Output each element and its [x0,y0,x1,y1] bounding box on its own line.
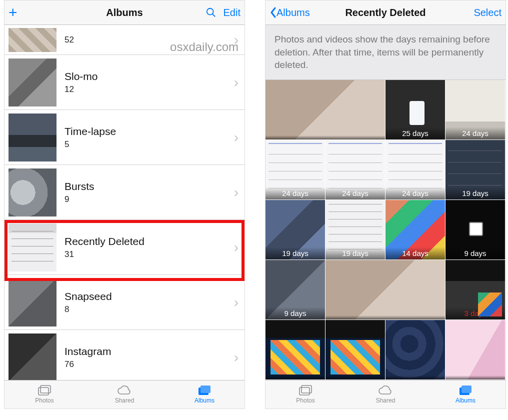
tab-bar: Photos Shared Albums [4,380,244,408]
photo-cell[interactable]: 9 days [266,260,325,320]
tab-photos[interactable]: Photos [266,380,346,408]
tab-shared[interactable]: Shared [346,380,426,408]
days-label: 24 days [326,187,385,200]
back-label: Albums [276,7,310,18]
days-label: 19 days [326,247,385,260]
photo-cell[interactable] [446,320,505,380]
navbar: + Albums Edit [4,0,244,25]
tab-shared[interactable]: Shared [84,380,164,408]
photo-cell[interactable] [386,320,445,380]
tab-label: Photos [296,397,314,404]
album-title: Recently Deleted [64,236,232,248]
recently-deleted-screen: Albums Recently Deleted Select Photos an… [265,0,506,409]
days-label: 24 days [446,127,505,140]
photo-cell[interactable]: 24 days [446,80,505,140]
tab-label: Albums [194,397,214,404]
albums-screen: + Albums Edit osxdaily.com 52 › [4,0,245,409]
album-thumb [8,334,56,380]
svg-rect-5 [200,386,210,393]
chevron-right-icon: › [232,74,240,90]
days-label: 24 days [266,187,325,200]
photo-cell[interactable]: 24 days [386,140,445,200]
album-row-recently-deleted[interactable]: Recently Deleted 31 › [4,220,244,275]
days-label: 25 days [386,127,445,140]
days-label: 9 days [446,247,505,260]
days-label: 24 days [386,187,445,200]
tab-label: Shared [115,397,134,404]
search-icon[interactable] [206,7,216,18]
album-row[interactable]: Time-lapse 5 › [4,110,244,165]
select-button[interactable]: Select [474,7,502,18]
info-text: Photos and videos show the days remainin… [266,25,506,80]
photo-cell[interactable]: 19 days [326,200,385,260]
albums-list[interactable]: osxdaily.com 52 › Slo-mo 12 › Time [4,25,244,380]
photo-cell[interactable]: 19 days [446,140,505,200]
album-thumb [8,58,56,106]
tab-bar: Photos Shared Albums [266,380,506,408]
album-row[interactable]: 52 › [4,25,244,55]
days-label [326,376,385,380]
album-title: Snapseed [64,290,232,302]
cloud-icon [378,385,393,396]
add-album-button[interactable]: + [8,5,18,20]
svg-rect-3 [40,386,50,393]
photo-cell[interactable]: 19 days [266,200,325,260]
album-title: Bursts [64,180,232,192]
tab-label: Albums [456,397,476,404]
days-label [266,376,325,380]
photo-cell[interactable]: 3 days [446,260,505,320]
days-label: 19 days [446,187,505,200]
album-thumb [8,168,56,216]
days-label [326,316,445,320]
chevron-right-icon: › [232,32,240,48]
photos-icon [298,385,312,396]
photo-cell[interactable]: 9 days [446,200,505,260]
album-thumb [8,278,56,326]
deleted-content[interactable]: Photos and videos show the days remainin… [266,25,506,380]
tab-albums[interactable]: Albums [164,380,244,408]
photo-cell[interactable]: 24 days [326,140,385,200]
photo-cell[interactable]: 14 days [386,200,445,260]
album-row[interactable]: Snapseed 8 › [4,275,244,330]
album-count: 31 [64,250,232,260]
album-row[interactable]: Instagram 76 › [4,330,244,380]
album-count: 12 [64,84,232,94]
photo-cell[interactable] [326,260,445,320]
svg-point-0 [206,8,213,15]
svg-rect-6 [300,388,310,395]
photos-icon [38,385,52,396]
days-label: 9 days [266,307,325,320]
edit-button[interactable]: Edit [224,7,240,18]
photo-cell[interactable] [266,320,325,380]
photo-cell[interactable]: 24 days [266,140,325,200]
chevron-right-icon: › [232,240,240,256]
album-thumb [8,224,56,272]
tab-photos[interactable]: Photos [4,380,84,408]
albums-icon [198,385,212,396]
chevron-right-icon: › [232,350,240,366]
days-label: 19 days [266,247,325,260]
albums-icon [458,385,472,396]
days-label [266,136,385,140]
album-row[interactable]: Slo-mo 12 › [4,55,244,110]
chevron-right-icon: › [232,130,240,146]
tab-label: Photos [35,397,54,404]
days-label: 3 days [446,307,505,320]
photo-cell[interactable] [326,320,385,380]
photo-cell[interactable]: 25 days [386,80,445,140]
back-button[interactable]: Albums [270,6,310,18]
chevron-right-icon: › [232,184,240,200]
album-thumb [8,28,56,52]
album-row[interactable]: Bursts 9 › [4,165,244,220]
svg-rect-7 [302,386,312,393]
album-title: Time-lapse [64,126,232,138]
photo-grid: 25 days 24 days 24 days 24 days 24 days … [266,80,506,380]
days-label [446,376,505,380]
album-count: 76 [64,360,232,370]
days-label: 14 days [386,247,445,260]
album-count: 52 [64,35,232,45]
tab-albums[interactable]: Albums [426,380,506,408]
navbar: Albums Recently Deleted Select [266,0,506,25]
days-label [386,376,445,380]
photo-cell[interactable] [266,80,385,140]
